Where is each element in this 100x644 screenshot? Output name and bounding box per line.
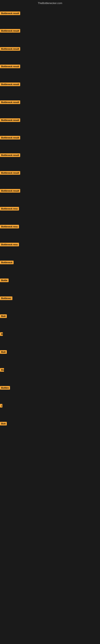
- bottleneck-badge-23: |: [0, 404, 2, 408]
- bottleneck-badge-1: Bottleneck result: [0, 12, 20, 15]
- bottleneck-badge-21: Bo: [0, 368, 4, 372]
- bottleneck-badge-13: Bottleneck resu: [0, 225, 19, 228]
- bottleneck-badge-10: Bottleneck result: [0, 171, 20, 175]
- bottleneck-badge-19: B: [0, 332, 3, 336]
- bottleneck-badge-17: Bottlenec: [0, 296, 12, 300]
- bottleneck-badge-2: Bottleneck result: [0, 29, 20, 32]
- bottleneck-badge-3: Bottleneck result: [0, 47, 20, 51]
- site-title: TheBottlenecker.com: [38, 2, 62, 5]
- bottleneck-badge-20: Bott: [0, 350, 7, 354]
- bottleneck-badge-24: Bott: [0, 422, 7, 426]
- bottleneck-badge-4: Bottleneck result: [0, 64, 20, 68]
- bottleneck-badge-6: Bottleneck result: [0, 100, 20, 104]
- bottleneck-badge-16: Bottle: [0, 278, 9, 282]
- bottleneck-badge-18: Bott: [0, 314, 7, 318]
- bottleneck-badge-15: Bottleneck: [0, 260, 14, 264]
- bottleneck-badge-5: Bottleneck result: [0, 82, 20, 86]
- bottleneck-badge-11: Bottleneck result: [0, 189, 20, 192]
- bottleneck-badge-8: Bottleneck result: [0, 136, 20, 140]
- bottleneck-badge-9: Bottleneck result: [0, 153, 20, 157]
- bottleneck-badge-12: Bottleneck resu: [0, 207, 19, 210]
- bottleneck-badge-7: Bottleneck result: [0, 118, 20, 122]
- bottleneck-badge-14: Bottleneck resu: [0, 243, 19, 246]
- bottleneck-badge-22: Bottlen: [0, 386, 10, 390]
